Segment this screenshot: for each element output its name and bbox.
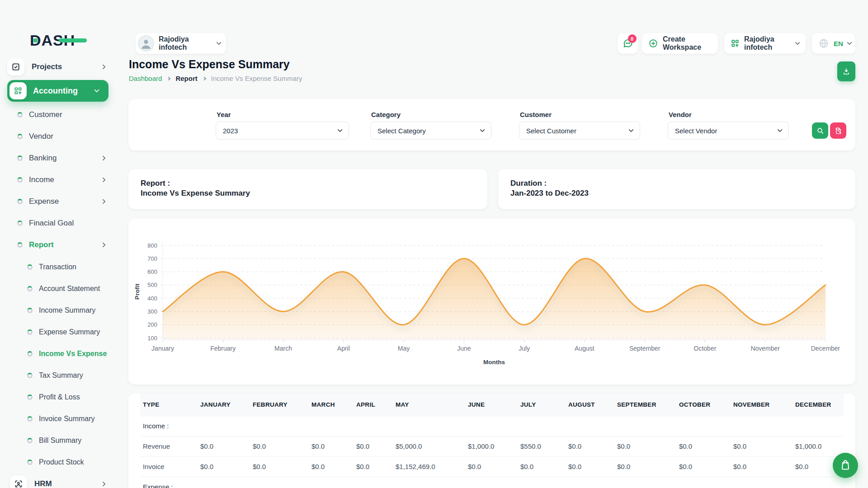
- table-section-row: Expense :: [140, 477, 844, 488]
- sidebar-subitem-product-stock[interactable]: Product Stock: [27, 451, 109, 473]
- account-name: Rajodiya infotech: [744, 35, 791, 52]
- report-summary-card: Report : Income Vs Expense Summary: [128, 169, 487, 209]
- vendor-label: Vendor: [669, 111, 692, 118]
- reset-filter-button[interactable]: [830, 122, 846, 139]
- sidebar-subitem-income-summary[interactable]: Income Summary: [27, 300, 109, 321]
- status-dot-icon: [17, 134, 23, 139]
- grid-plus-icon: [9, 82, 27, 99]
- chevron-down-icon: [94, 87, 99, 92]
- breadcrumb: Dashboard Report Income Vs Expense Summa…: [129, 75, 302, 82]
- sidebar-subitem-tax-summary[interactable]: Tax Summary: [27, 365, 109, 386]
- category-select[interactable]: Select Category: [370, 122, 491, 140]
- account-selector[interactable]: Rajodiya infotech: [724, 33, 806, 54]
- messages-button[interactable]: 0: [618, 33, 638, 54]
- cell-value: $5,000.0: [393, 436, 465, 456]
- status-dot-icon: [27, 351, 33, 357]
- cell-value: $0.0: [676, 456, 731, 477]
- cell-value: $0.0: [354, 436, 393, 456]
- chevron-right-icon: [100, 199, 105, 204]
- table-header-row: TYPEJANUARYFEBRUARYMARCHAPRILMAYJUNEJULY…: [140, 394, 844, 416]
- sidebar-subitem-profit-loss[interactable]: Profit & Loss: [27, 386, 109, 408]
- svg-text:800: 800: [147, 242, 157, 249]
- sidebar-item-income[interactable]: Income: [17, 169, 109, 191]
- breadcrumb-dashboard[interactable]: Dashboard: [129, 75, 162, 82]
- sidebar-item-label: HRM: [34, 479, 52, 488]
- section-label: Expense :: [140, 477, 844, 488]
- globe-icon: [818, 38, 829, 49]
- user-scan-icon: [10, 475, 27, 488]
- brand-logo[interactable]: DASH: [30, 32, 89, 50]
- workspace-name: Rajodiya infotech: [159, 35, 212, 52]
- status-dot-icon: [27, 416, 33, 422]
- sidebar-item-vendor[interactable]: Vendor: [17, 126, 109, 147]
- language-code: EN: [834, 40, 843, 47]
- svg-text:200: 200: [147, 321, 157, 328]
- svg-text:500: 500: [147, 282, 157, 288]
- column-header-february: FEBRUARY: [250, 394, 309, 416]
- cell-value: $0.0: [566, 436, 614, 456]
- sidebar-item-expense[interactable]: Expense: [17, 191, 109, 212]
- svg-text:March: March: [274, 345, 292, 352]
- messages-count-badge: 0: [628, 34, 637, 43]
- sidebar-item-label: Tax Summary: [39, 371, 83, 380]
- sidebar-subitem-expense-summary[interactable]: Expense Summary: [27, 321, 109, 343]
- file-slash-icon: [835, 127, 842, 135]
- chevron-down-icon: [337, 127, 342, 132]
- cell-value: $0.0: [309, 456, 354, 477]
- sidebar-item-label: Bill Summary: [39, 436, 81, 445]
- svg-text:May: May: [398, 345, 410, 352]
- svg-text:October: October: [694, 345, 717, 352]
- sidebar-item-accounting[interactable]: Accounting: [7, 80, 108, 102]
- report-label: Report :: [141, 179, 170, 188]
- status-dot-icon: [17, 177, 23, 183]
- sidebar-item-banking[interactable]: Banking: [17, 147, 109, 169]
- language-selector[interactable]: EN: [812, 33, 855, 54]
- download-button[interactable]: [837, 61, 855, 81]
- sidebar-item-finacial-goal[interactable]: Finacial Goal: [17, 212, 109, 234]
- svg-text:February: February: [210, 345, 236, 352]
- customer-label: Customer: [520, 111, 552, 118]
- chevron-down-icon: [777, 127, 782, 132]
- year-value: 2023: [223, 127, 238, 135]
- breadcrumb-report[interactable]: Report: [175, 75, 197, 82]
- svg-text:August: August: [575, 345, 594, 352]
- chevron-right-icon: [202, 76, 206, 80]
- svg-text:July: July: [519, 345, 530, 352]
- sidebar-subitem-income-vs-expense[interactable]: Income Vs Expense: [27, 343, 109, 365]
- workspace-selector[interactable]: Rajodiya infotech: [136, 33, 226, 54]
- page-title: Income Vs Expense Summary: [129, 58, 290, 71]
- apply-filter-button[interactable]: [812, 122, 828, 139]
- sidebar-subitem-bill-summary[interactable]: Bill Summary: [27, 430, 109, 451]
- svg-text:December: December: [811, 345, 840, 352]
- create-workspace-button[interactable]: Create Workspace: [642, 33, 718, 54]
- status-dot-icon: [17, 155, 23, 161]
- sidebar-subitem-invoice-summary[interactable]: Invoice Summary: [27, 408, 109, 430]
- sidebar-item-hrm[interactable]: HRM: [7, 473, 109, 488]
- vendor-select[interactable]: Select Vendor: [668, 122, 789, 140]
- sidebar-item-label: Vendor: [29, 132, 53, 141]
- svg-text:January: January: [151, 345, 174, 352]
- svg-text:June: June: [457, 345, 471, 352]
- sidebar-item-customer[interactable]: Customer: [17, 104, 109, 126]
- column-header-november: NOVEMBER: [731, 394, 793, 416]
- sidebar-item-label: Profit & Loss: [39, 393, 80, 401]
- sidebar-item-report[interactable]: Report: [17, 234, 109, 256]
- category-value: Select Category: [377, 127, 426, 135]
- chevron-right-icon: [100, 177, 105, 182]
- cart-floating-button[interactable]: [833, 453, 858, 478]
- column-header-april: APRIL: [354, 394, 393, 416]
- sidebar-subitem-account-statement[interactable]: Account Statement: [27, 278, 109, 300]
- sidebar-item-projects[interactable]: Projects: [7, 56, 109, 78]
- customer-select[interactable]: Select Customer: [519, 122, 640, 140]
- download-icon: [842, 67, 850, 75]
- year-select[interactable]: 2023: [216, 122, 349, 140]
- sidebar-item-label: Banking: [29, 154, 57, 163]
- chevron-right-icon: [167, 76, 170, 80]
- status-dot-icon: [27, 329, 33, 335]
- cell-value: $1,000.0: [465, 436, 518, 456]
- sidebar-subitem-transaction[interactable]: Transaction: [27, 256, 109, 278]
- row-type: Revenue: [140, 436, 198, 456]
- area-chart-svg: 800700600500400300200100JanuaryFebruaryM…: [128, 219, 855, 385]
- year-label: Year: [217, 111, 231, 118]
- status-dot-icon: [17, 242, 23, 248]
